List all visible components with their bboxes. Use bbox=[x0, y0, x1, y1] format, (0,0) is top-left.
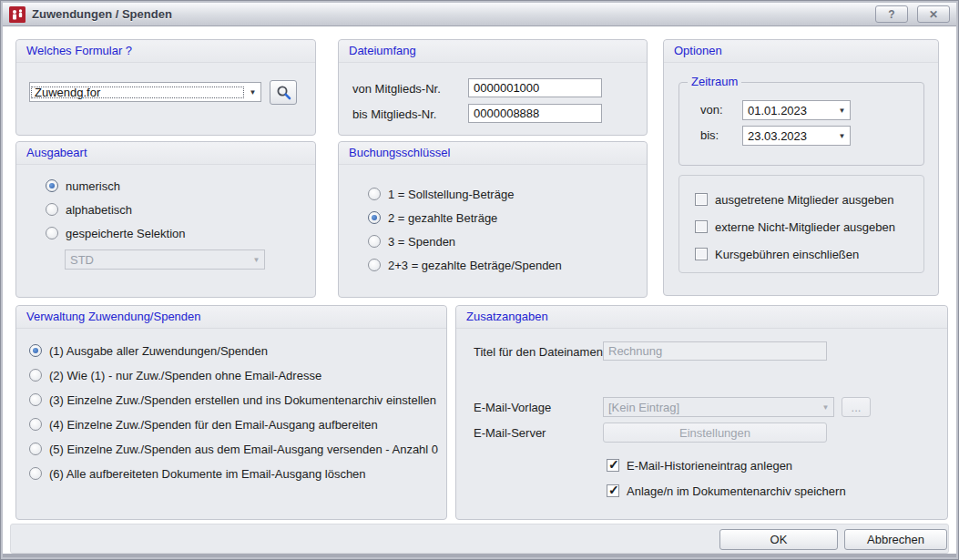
group-ausgabeart-title: Ausgabeart bbox=[16, 142, 315, 165]
von-mitglieds-nr-input[interactable]: 0000001000 bbox=[468, 78, 602, 97]
email-vorlage-label: E-Mail-Vorlage bbox=[474, 401, 551, 414]
radio-verwaltung-6[interactable]: (6) Alle aufbereiteten Dokumente im Emai… bbox=[29, 466, 366, 481]
checkbox-box[interactable] bbox=[695, 193, 708, 206]
titel-dateinamen-input: Rechnung bbox=[603, 341, 827, 361]
email-server-label: E-Mail-Server bbox=[474, 426, 546, 440]
radio-label: (4) Einzelne Zuw./Spenden für den Email-… bbox=[49, 418, 378, 432]
form-search-button[interactable] bbox=[270, 80, 297, 105]
radio-circle[interactable] bbox=[29, 418, 42, 431]
radio-circle[interactable] bbox=[29, 443, 42, 455]
group-welches-formular-title: Welches Formular ? bbox=[16, 40, 315, 63]
group-ausgabeart: Ausgabeart numerisch alphabetisch gespei… bbox=[15, 141, 316, 298]
zeitraum-bis-label: bis: bbox=[700, 128, 719, 142]
chevron-down-icon[interactable]: ▼ bbox=[245, 88, 260, 97]
group-buchungsschluessel: Buchungsschlüssel 1 = Sollstellung-Beträ… bbox=[338, 141, 648, 298]
checkbox-email-historie[interactable]: E-Mail-Historieneintrag anlegen bbox=[607, 458, 792, 473]
checkbox-kursgebuehren[interactable]: Kursgebühren einschließen bbox=[695, 247, 859, 261]
zeitraum-fieldset: Zeitraum von: 01.01.2023 ▼ bis: 23.03.20… bbox=[678, 82, 924, 166]
radio-label: numerisch bbox=[66, 179, 120, 193]
dialog-window: Zuwendungen / Spenden ? ✕ Welches Formul… bbox=[0, 0, 959, 560]
group-optionen: Optionen Zeitraum von: 01.01.2023 ▼ bis:… bbox=[663, 39, 939, 296]
radio-alphabetisch[interactable]: alphabetisch bbox=[46, 202, 132, 217]
checkbox-anlage-dokumentenarchiv[interactable]: Anlage/n im Dokumentenarchiv speichern bbox=[607, 484, 846, 498]
email-vorlage-combobox: [Kein Eintrag] ▼ bbox=[603, 397, 834, 417]
email-server-settings-label: Einstellungen bbox=[679, 426, 750, 440]
footer-bar: OK Abbrechen bbox=[10, 524, 949, 554]
zeitraum-von-combobox[interactable]: 01.01.2023 ▼ bbox=[742, 100, 851, 120]
ok-button[interactable]: OK bbox=[719, 529, 838, 550]
radio-gespeicherte-selektion[interactable]: gespeicherte Selektion bbox=[46, 226, 186, 240]
checkbox-box[interactable] bbox=[695, 220, 708, 233]
group-buchungsschluessel-title: Buchungsschlüssel bbox=[339, 142, 647, 165]
checkbox-label: externe Nicht-Mitglieder ausgeben bbox=[715, 220, 895, 234]
radio-circle[interactable] bbox=[368, 235, 381, 248]
radio-label: 2 = gezahlte Beträge bbox=[388, 211, 497, 225]
radio-circle[interactable] bbox=[368, 211, 381, 224]
chevron-down-icon: ▼ bbox=[818, 403, 833, 412]
group-welches-formular: Welches Formular ? Zuwendg.for ▼ bbox=[15, 39, 316, 136]
zeitraum-bis-combobox[interactable]: 23.03.2023 ▼ bbox=[742, 126, 851, 146]
checkbox-box[interactable] bbox=[607, 484, 619, 497]
bis-mitglieds-nr-label: bis Mitglieds-Nr. bbox=[352, 107, 436, 121]
von-mitglieds-nr-label: von Mitglieds-Nr. bbox=[352, 82, 441, 96]
group-verwaltung-title: Verwaltung Zuwendung/Spenden bbox=[16, 306, 446, 329]
close-button[interactable]: ✕ bbox=[917, 5, 950, 23]
radio-label: (6) Alle aufbereiteten Dokumente im Emai… bbox=[49, 467, 366, 481]
checkbox-box[interactable] bbox=[607, 459, 619, 472]
form-combobox[interactable]: Zuwendg.for ▼ bbox=[29, 82, 261, 102]
radio-verwaltung-3[interactable]: (3) Einzelne Zuw./Spenden erstellen und … bbox=[29, 392, 436, 407]
bis-mitglieds-nr-input[interactable]: 0000008888 bbox=[468, 104, 602, 123]
help-button[interactable]: ? bbox=[875, 5, 908, 23]
von-mitglieds-nr-value: 0000001000 bbox=[474, 81, 539, 95]
titel-dateinamen-label: Titel für den Dateinamen bbox=[474, 345, 603, 359]
radio-circle[interactable] bbox=[46, 227, 58, 239]
radio-verwaltung-2[interactable]: (2) Wie (1) - nur Zuw./Spenden ohne Emai… bbox=[29, 368, 321, 382]
group-optionen-title: Optionen bbox=[664, 40, 938, 63]
checkbox-box[interactable] bbox=[695, 248, 708, 260]
radio-gezahlte-betraege[interactable]: 2 = gezahlte Beträge bbox=[368, 210, 497, 225]
radio-circle[interactable] bbox=[29, 344, 42, 357]
selektion-combobox-value: STD bbox=[66, 253, 249, 267]
radio-label: (5) Einzelne Zuw./Spenden aus dem Email-… bbox=[49, 443, 438, 456]
radio-label: (3) Einzelne Zuw./Spenden erstellen und … bbox=[49, 393, 436, 407]
radio-spenden[interactable]: 3 = Spenden bbox=[368, 234, 455, 249]
radio-label: 1 = Sollstellung-Beträge bbox=[388, 188, 514, 201]
radio-circle[interactable] bbox=[46, 203, 58, 216]
checkbox-label: Kursgebühren einschließen bbox=[715, 248, 859, 261]
email-server-settings-button: Einstellungen bbox=[603, 423, 827, 443]
radio-label: alphabetisch bbox=[66, 203, 132, 217]
radio-circle[interactable] bbox=[29, 467, 42, 480]
radio-verwaltung-5[interactable]: (5) Einzelne Zuw./Spenden aus dem Email-… bbox=[29, 442, 438, 456]
checkbox-externe[interactable]: externe Nicht-Mitglieder ausgeben bbox=[695, 219, 895, 234]
radio-circle[interactable] bbox=[46, 179, 58, 192]
email-vorlage-browse-button: ... bbox=[842, 397, 871, 417]
radio-sollstellung[interactable]: 1 = Sollstellung-Beträge bbox=[368, 187, 514, 201]
radio-numerisch[interactable]: numerisch bbox=[46, 178, 120, 193]
radio-circle[interactable] bbox=[29, 369, 42, 382]
group-zusatzangaben-title: Zusatzangaben bbox=[456, 306, 947, 329]
radio-verwaltung-1[interactable]: (1) Ausgabe aller Zuwendungen/Spenden bbox=[29, 343, 268, 358]
radio-circle[interactable] bbox=[29, 393, 42, 406]
cancel-button[interactable]: Abbrechen bbox=[844, 529, 947, 550]
checkbox-label: ausgetretene Mitglieder ausgeben bbox=[715, 193, 894, 207]
radio-circle[interactable] bbox=[368, 188, 381, 200]
radio-label: gespeicherte Selektion bbox=[66, 227, 186, 240]
selektion-combobox: STD ▼ bbox=[65, 249, 265, 270]
close-icon: ✕ bbox=[929, 8, 938, 21]
radio-label: 3 = Spenden bbox=[388, 235, 455, 249]
chevron-down-icon[interactable]: ▼ bbox=[834, 107, 850, 115]
help-icon: ? bbox=[888, 8, 894, 21]
bis-mitglieds-nr-value: 0000008888 bbox=[474, 107, 539, 120]
radio-circle[interactable] bbox=[368, 259, 381, 271]
chevron-down-icon: ▼ bbox=[249, 256, 264, 264]
checkbox-ausgetretene[interactable]: ausgetretene Mitglieder ausgeben bbox=[695, 192, 894, 207]
zeitraum-von-label: von: bbox=[700, 103, 723, 117]
radio-verwaltung-4[interactable]: (4) Einzelne Zuw./Spenden für den Email-… bbox=[29, 417, 378, 432]
titlebar: Zuwendungen / Spenden ? ✕ bbox=[3, 3, 956, 26]
ellipsis-icon: ... bbox=[852, 401, 862, 414]
cancel-button-label: Abbrechen bbox=[867, 533, 924, 546]
chevron-down-icon[interactable]: ▼ bbox=[834, 132, 850, 140]
group-dateiumfang-title: Dateiumfang bbox=[339, 40, 647, 63]
radio-gezahlte-spenden[interactable]: 2+3 = gezahlte Beträge/Spenden bbox=[368, 258, 562, 272]
radio-label: 2+3 = gezahlte Beträge/Spenden bbox=[388, 259, 562, 272]
